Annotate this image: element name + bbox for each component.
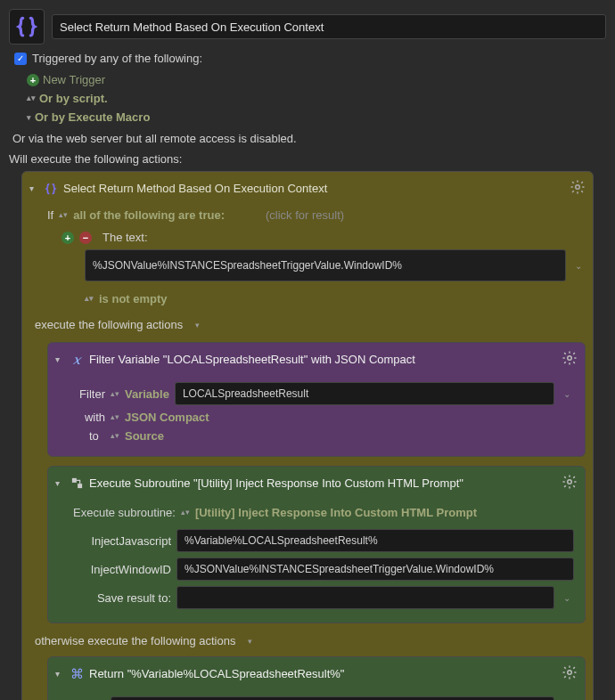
to-selector[interactable]: Source <box>125 429 164 443</box>
updown-icon[interactable]: ▴▾ <box>85 297 94 301</box>
subroutine-selector[interactable]: [Utility] Inject Response Into Custom HT… <box>195 506 477 519</box>
if-condition-selector[interactable]: all of the following are true: <box>73 208 225 222</box>
action-title: Execute Subroutine "[Utility] Inject Res… <box>89 476 463 490</box>
gear-icon[interactable] <box>562 664 578 683</box>
return-action: ▾ ⌘ Return "%Variable%LOCALSpreadsheetRe… <box>47 656 586 700</box>
action-title: Return "%Variable%LOCALSpreadsheetResult… <box>89 667 344 680</box>
with-selector[interactable]: JSON Compact <box>125 411 209 424</box>
chevron-down-icon: ▾ <box>27 113 31 122</box>
gear-icon[interactable] <box>570 179 586 198</box>
action-title: Select Return Method Based On Execution … <box>63 182 327 195</box>
param-label: InjectWindowID <box>73 563 171 576</box>
chevron-down-icon[interactable]: ▾ <box>195 321 200 330</box>
filter-type-selector[interactable]: Variable <box>125 387 169 401</box>
command-icon: ⌘ <box>70 667 84 681</box>
param-label: InjectJavascript <box>73 534 171 548</box>
the-text-label: The text: <box>102 231 148 244</box>
filter-variable-action: ▾ 𝑥 Filter Variable "LOCALSpreadsheetRes… <box>47 342 586 457</box>
new-trigger-label: New Trigger <box>43 73 105 86</box>
macro-icon[interactable] <box>9 9 45 45</box>
updown-icon[interactable]: ▴▾ <box>181 510 190 515</box>
disclosure-chevron[interactable]: ▾ <box>29 183 38 193</box>
gear-icon[interactable] <box>562 350 578 369</box>
braces-icon <box>44 182 58 196</box>
updown-icon[interactable]: ▴▾ <box>59 213 68 217</box>
updown-icon: ▴▾ <box>27 96 36 101</box>
action-title: Filter Variable "LOCALSpreadsheetResult"… <box>89 353 415 366</box>
execute-actions-label: execute the following actions <box>35 318 183 331</box>
triggered-by-checkbox[interactable]: ✓ <box>14 53 27 65</box>
inject-javascript-input[interactable] <box>176 529 574 552</box>
execute-subroutine-label: Execute subroutine: <box>73 506 176 519</box>
click-for-result[interactable]: (click for result) <box>266 208 344 222</box>
updown-icon[interactable]: ▴▾ <box>111 415 119 419</box>
execute-subroutine-action: ▾ Execute Subroutine "[Utility] Inject R… <box>47 466 586 623</box>
svg-point-5 <box>568 671 572 675</box>
svg-rect-2 <box>71 478 76 483</box>
chevron-down-icon[interactable]: ⌄ <box>560 593 574 603</box>
svg-rect-3 <box>78 484 82 488</box>
updown-icon[interactable]: ▴▾ <box>111 434 119 438</box>
new-trigger-button[interactable]: + New Trigger <box>27 70 606 89</box>
svg-point-1 <box>568 356 572 361</box>
svg-point-4 <box>568 480 572 484</box>
condition-text-input[interactable] <box>85 249 566 281</box>
remove-condition-button[interactable]: − <box>79 232 92 244</box>
trigger-by-execute-macro[interactable]: ▾ Or by Execute Macro <box>27 108 606 126</box>
macro-title-input[interactable] <box>52 14 606 39</box>
otherwise-label: otherwise execute the following actions <box>35 634 235 647</box>
param-label: Save result to: <box>73 591 171 605</box>
subroutine-icon <box>70 476 84 491</box>
triggered-by-label: Triggered by any of the following: <box>32 52 202 65</box>
add-condition-button[interactable]: + <box>62 232 74 244</box>
with-label: with <box>73 411 105 424</box>
updown-icon[interactable]: ▴▾ <box>111 392 119 396</box>
if-label: If <box>47 208 53 222</box>
disclosure-chevron[interactable]: ▾ <box>55 669 64 679</box>
chevron-down-icon[interactable]: ▾ <box>248 637 252 646</box>
disclosure-chevron[interactable]: ▾ <box>55 478 64 488</box>
filter-variable-input[interactable] <box>175 382 554 405</box>
save-result-input[interactable] <box>176 586 554 609</box>
plus-icon: + <box>27 74 39 86</box>
not-empty-selector[interactable]: is not empty <box>99 292 168 305</box>
inject-windowid-input[interactable] <box>176 558 574 581</box>
chevron-down-icon[interactable]: ⌄ <box>571 261 586 271</box>
disclosure-chevron[interactable]: ▾ <box>55 354 64 364</box>
gear-icon[interactable] <box>562 474 578 492</box>
return-text-input[interactable] <box>111 696 554 700</box>
web-server-note: Or via the web server but all remote acc… <box>12 132 606 145</box>
function-icon: 𝑥 <box>70 353 84 367</box>
to-label: to <box>73 429 105 443</box>
filter-label: Filter <box>73 387 105 401</box>
svg-point-0 <box>576 185 580 190</box>
will-execute-label: Will execute the following actions: <box>9 152 606 166</box>
if-then-action: ▾ Select Return Method Based On Executio… <box>21 171 594 700</box>
braces-icon <box>15 15 38 38</box>
trigger-by-script[interactable]: ▴▾ Or by script. <box>27 89 606 108</box>
chevron-down-icon[interactable]: ⌄ <box>560 389 574 399</box>
